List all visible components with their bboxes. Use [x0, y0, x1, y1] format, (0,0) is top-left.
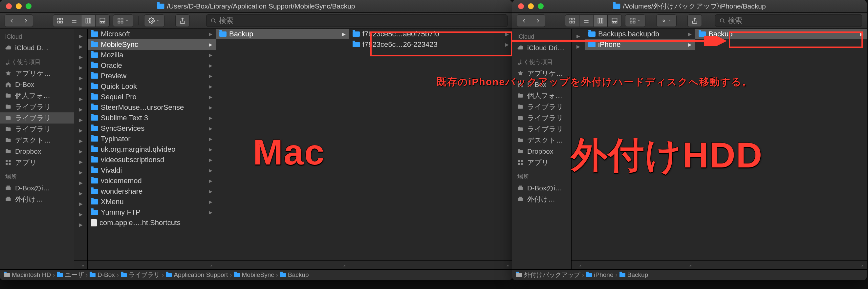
file-row[interactable]: Preview▶ — [88, 71, 216, 81]
nav-arrow[interactable]: ▶ — [74, 125, 87, 136]
sidebar-item[interactable]: iCloud D… — [0, 42, 74, 53]
zoom-button[interactable] — [538, 3, 544, 9]
nav-arrow[interactable]: ▶ — [74, 157, 87, 167]
nav-arrow[interactable]: ▶ — [74, 198, 87, 209]
sidebar-item[interactable]: ライブラリ — [512, 123, 571, 135]
file-row[interactable]: Sequel Pro▶ — [88, 92, 216, 102]
close-button[interactable] — [6, 3, 12, 9]
file-row[interactable]: uk.org.marginal.qlvideo▶ — [88, 144, 216, 155]
file-row[interactable]: Backups.backupdb▶ — [585, 29, 695, 39]
sidebar-item[interactable]: 外付け… — [0, 194, 74, 205]
action-button[interactable] — [656, 14, 677, 27]
file-row[interactable]: XMenu▶ — [88, 196, 216, 207]
nav-arrow[interactable]: ▶ — [571, 31, 585, 41]
file-row[interactable]: com.apple….ht.Shortcuts — [88, 218, 216, 228]
nav-arrow[interactable]: ▶ — [74, 104, 87, 115]
file-row[interactable]: Vivaldi▶ — [88, 165, 216, 176]
zoom-button[interactable] — [26, 3, 32, 9]
forward-button[interactable] — [19, 14, 33, 27]
file-row[interactable]: Microsoft▶ — [88, 29, 216, 39]
back-button[interactable] — [517, 14, 531, 27]
share-button[interactable] — [175, 14, 190, 27]
sidebar-item[interactable]: ライブラリ — [512, 112, 571, 123]
icon-view-button[interactable] — [53, 14, 67, 27]
file-row[interactable]: SteerMouse…ursorSense▶ — [88, 102, 216, 113]
path-segment[interactable]: Macintosh HD — [4, 271, 51, 279]
list-view-button[interactable] — [580, 14, 594, 27]
nav-arrow[interactable]: ▶ — [74, 178, 87, 188]
close-button[interactable] — [518, 3, 524, 9]
arrange-button[interactable] — [625, 14, 645, 27]
gallery-view-button[interactable] — [608, 14, 622, 27]
sidebar-item[interactable]: デスクト… — [0, 135, 74, 146]
sidebar-item[interactable]: D-Box — [0, 79, 74, 90]
sidebar-item[interactable]: アプリ — [0, 157, 74, 168]
path-segment[interactable]: D-Box — [90, 271, 115, 279]
path-segment[interactable]: Backup — [280, 271, 309, 279]
file-row[interactable]: videosubscriptionsd▶ — [88, 155, 216, 165]
column-view-button[interactable] — [594, 14, 608, 27]
file-row[interactable]: SyncServices▶ — [88, 123, 216, 134]
search-field[interactable]: 検索 — [715, 14, 862, 27]
nav-arrow[interactable]: ▶ — [74, 31, 87, 41]
nav-arrow[interactable]: ▶ — [74, 52, 87, 62]
minimize-button[interactable] — [16, 3, 22, 9]
sidebar-item[interactable]: Dropbox — [512, 146, 571, 157]
forward-button[interactable] — [531, 14, 545, 27]
share-button[interactable] — [687, 14, 702, 27]
file-row[interactable]: f7823ce5c…26-223423▶ — [349, 39, 512, 50]
path-segment[interactable]: MobileSync — [234, 271, 274, 279]
nav-arrow[interactable]: ▶ — [74, 220, 87, 230]
nav-arrow[interactable]: ▶ — [74, 146, 87, 157]
file-row[interactable]: voicememod▶ — [88, 176, 216, 186]
icon-view-button[interactable] — [565, 14, 580, 27]
sidebar-item[interactable]: Dropbox — [0, 146, 74, 157]
file-row[interactable]: iPhone▶ — [585, 39, 695, 50]
file-row[interactable]: Yummy FTP▶ — [88, 207, 216, 218]
list-view-button[interactable] — [67, 14, 82, 27]
path-segment[interactable]: Application Support — [166, 271, 228, 279]
sidebar-item[interactable]: 個人フォ… — [512, 90, 571, 101]
sidebar-item[interactable]: D-Boxのi… — [0, 182, 74, 194]
nav-arrow[interactable]: ▶ — [74, 136, 87, 146]
path-segment[interactable]: 外付けバックアップ — [516, 270, 580, 279]
file-row[interactable]: Mozilla▶ — [88, 50, 216, 60]
path-segment[interactable]: ユーザ — [57, 270, 84, 279]
back-button[interactable] — [5, 14, 19, 27]
nav-arrow[interactable]: ▶ — [74, 83, 87, 94]
nav-arrow[interactable]: ▶ — [74, 41, 87, 52]
file-row[interactable]: Oracle▶ — [88, 60, 216, 71]
sidebar-item[interactable]: ライブラリ — [0, 101, 74, 112]
sidebar-item[interactable]: 個人フォ… — [0, 90, 74, 101]
nav-arrow[interactable]: ▶ — [74, 209, 87, 220]
minimize-button[interactable] — [528, 3, 534, 9]
column-view-button[interactable] — [82, 14, 96, 27]
file-row[interactable]: wondershare▶ — [88, 186, 216, 196]
gallery-view-button[interactable] — [96, 14, 110, 27]
file-row[interactable]: Sublime Text 3▶ — [88, 113, 216, 123]
nav-arrow[interactable]: ▶ — [74, 115, 87, 125]
sidebar-item[interactable]: デスクト… — [512, 135, 571, 146]
sidebar-item[interactable]: 外付け… — [512, 194, 571, 205]
nav-arrow[interactable]: ▶ — [74, 94, 87, 104]
sidebar-item[interactable]: アプリケ… — [512, 68, 571, 79]
sidebar-item[interactable]: D-Boxのi… — [512, 182, 571, 194]
file-row[interactable]: Backup▶ — [695, 29, 867, 39]
sidebar-item[interactable]: iCloud Dri… — [512, 42, 571, 53]
sidebar-item[interactable]: アプリケ… — [0, 68, 74, 79]
nav-arrow[interactable]: ▶ — [74, 73, 87, 83]
nav-arrow[interactable]: ▶ — [74, 188, 87, 198]
path-segment[interactable]: ライブラリ — [121, 270, 160, 279]
sidebar-item[interactable]: D-Box — [512, 79, 571, 90]
nav-arrow[interactable]: ▶ — [74, 167, 87, 178]
file-row[interactable]: Backup▶ — [216, 29, 349, 39]
titlebar[interactable]: /Users/D-Box/Library/Application Support… — [0, 0, 512, 13]
file-row[interactable]: MobileSync▶ — [88, 39, 216, 50]
nav-arrow[interactable]: ▶ — [74, 62, 87, 73]
file-row[interactable]: Typinator▶ — [88, 134, 216, 144]
path-segment[interactable]: Backup — [619, 271, 648, 279]
sidebar-item[interactable]: ライブラリ — [512, 101, 571, 112]
search-field[interactable]: 検索 — [206, 14, 507, 27]
nav-arrow[interactable]: ▶ — [571, 41, 585, 52]
sidebar-item[interactable]: アプリ — [512, 157, 571, 168]
